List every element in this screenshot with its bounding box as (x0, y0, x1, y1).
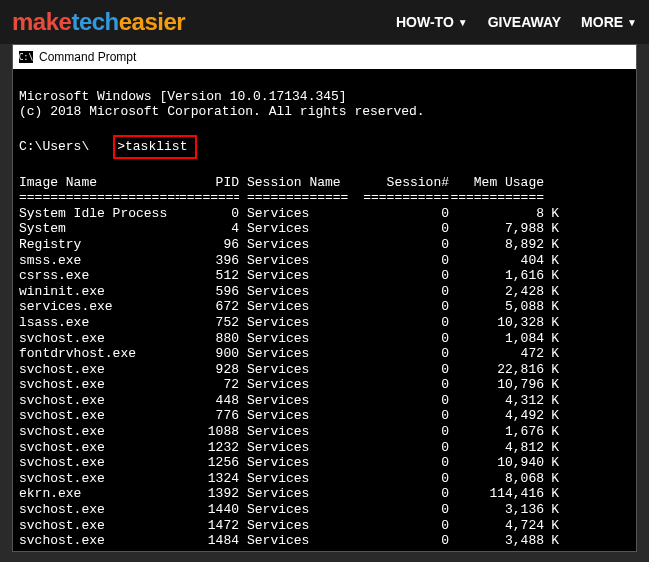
nav-giveaway-label: GIVEAWAY (488, 14, 561, 30)
nav-howto[interactable]: HOW-TO ▼ (396, 14, 468, 30)
cell-session-num: 0 (349, 362, 449, 378)
cell-pid: 752 (179, 315, 239, 331)
chevron-down-icon: ▼ (458, 17, 468, 28)
cell-session: Services (239, 346, 349, 362)
cell-session-num: 0 (349, 440, 449, 456)
cell-pid: 1324 (179, 471, 239, 487)
header-pid: PID (179, 175, 239, 191)
header-session-name: Session Name (239, 175, 349, 191)
table-row: svchost.exe776Services04,492K (19, 408, 630, 424)
cell-session-num: 0 (349, 377, 449, 393)
nav-howto-label: HOW-TO (396, 14, 454, 30)
cell-k: K (544, 346, 559, 362)
cell-mem: 8,892 (449, 237, 544, 253)
site-logo[interactable]: maketecheasier (12, 8, 185, 36)
table-row: svchost.exe928Services022,816K (19, 362, 630, 378)
cell-session: Services (239, 424, 349, 440)
cell-pid: 596 (179, 284, 239, 300)
cell-k: K (544, 455, 559, 471)
cell-pid: 448 (179, 393, 239, 409)
cell-name: fontdrvhost.exe (19, 346, 179, 362)
cell-session-num: 0 (349, 221, 449, 237)
cell-pid: 1392 (179, 486, 239, 502)
table-row: svchost.exe1472Services04,724K (19, 518, 630, 534)
nav-giveaway[interactable]: GIVEAWAY (488, 14, 561, 30)
cell-name: svchost.exe (19, 533, 179, 549)
cell-mem: 114,416 (449, 486, 544, 502)
window-titlebar[interactable]: C:\ Command Prompt (13, 45, 636, 69)
terminal-output[interactable]: Microsoft Windows [Version 10.0.17134.34… (13, 69, 636, 551)
cell-pid: 1088 (179, 424, 239, 440)
cell-name: smss.exe (19, 253, 179, 269)
cell-pid: 1440 (179, 502, 239, 518)
cell-mem: 5,088 (449, 299, 544, 315)
cell-mem: 8 (449, 206, 544, 222)
cell-pid: 880 (179, 331, 239, 347)
cell-name: svchost.exe (19, 549, 179, 551)
cell-mem: 4,312 (449, 393, 544, 409)
cell-session: Services (239, 455, 349, 471)
table-row: svchost.exe448Services04,312K (19, 393, 630, 409)
cell-session-num: 0 (349, 502, 449, 518)
table-row: smss.exe396Services0404K (19, 253, 630, 269)
cell-name: ekrn.exe (19, 486, 179, 502)
cell-session: Services (239, 206, 349, 222)
cell-name: svchost.exe (19, 471, 179, 487)
cell-pid: 396 (179, 253, 239, 269)
table-row: svchost.exe72Services010,796K (19, 377, 630, 393)
cell-k: K (544, 518, 559, 534)
table-row: svchost.exe1496Services061,280K (19, 549, 630, 551)
cell-name: svchost.exe (19, 518, 179, 534)
cell-k: K (544, 424, 559, 440)
cell-mem: 472 (449, 346, 544, 362)
cell-mem: 4,724 (449, 518, 544, 534)
cell-name: Registry (19, 237, 179, 253)
command-text: >tasklist (117, 139, 187, 154)
cell-session: Services (239, 299, 349, 315)
cell-mem: 8,068 (449, 471, 544, 487)
cell-session: Services (239, 393, 349, 409)
table-row: lsass.exe752Services010,328K (19, 315, 630, 331)
cell-pid: 0 (179, 206, 239, 222)
table-row: svchost.exe1324Services08,068K (19, 471, 630, 487)
cell-mem: 4,492 (449, 408, 544, 424)
table-row: System Idle Process0Services08K (19, 206, 630, 222)
cell-session: Services (239, 253, 349, 269)
cell-session-num: 0 (349, 471, 449, 487)
cell-k: K (544, 377, 559, 393)
cell-name: svchost.exe (19, 424, 179, 440)
cell-session: Services (239, 268, 349, 284)
cell-name: lsass.exe (19, 315, 179, 331)
cell-session-num: 0 (349, 346, 449, 362)
cell-mem: 10,328 (449, 315, 544, 331)
cell-session-num: 0 (349, 486, 449, 502)
cell-mem: 10,940 (449, 455, 544, 471)
cell-mem: 10,796 (449, 377, 544, 393)
cell-k: K (544, 268, 559, 284)
cell-name: svchost.exe (19, 331, 179, 347)
cell-mem: 1,616 (449, 268, 544, 284)
cell-session-num: 0 (349, 315, 449, 331)
table-row: wininit.exe596Services02,428K (19, 284, 630, 300)
cell-session-num: 0 (349, 331, 449, 347)
logo-part-easier: easier (119, 8, 185, 35)
cell-k: K (544, 549, 559, 551)
cell-k: K (544, 362, 559, 378)
table-row: svchost.exe1232Services04,812K (19, 440, 630, 456)
cell-session-num: 0 (349, 408, 449, 424)
cell-k: K (544, 486, 559, 502)
cell-k: K (544, 440, 559, 456)
cell-k: K (544, 533, 559, 549)
cell-k: K (544, 299, 559, 315)
cell-session: Services (239, 284, 349, 300)
cell-k: K (544, 237, 559, 253)
cell-mem: 1,084 (449, 331, 544, 347)
nav-more[interactable]: MORE ▼ (581, 14, 637, 30)
cell-mem: 3,488 (449, 533, 544, 549)
cell-name: svchost.exe (19, 377, 179, 393)
cell-pid: 1232 (179, 440, 239, 456)
cell-session: Services (239, 221, 349, 237)
cell-k: K (544, 408, 559, 424)
task-list: System Idle Process0Services08KSystem4Se… (19, 206, 630, 551)
window-title: Command Prompt (39, 50, 136, 64)
